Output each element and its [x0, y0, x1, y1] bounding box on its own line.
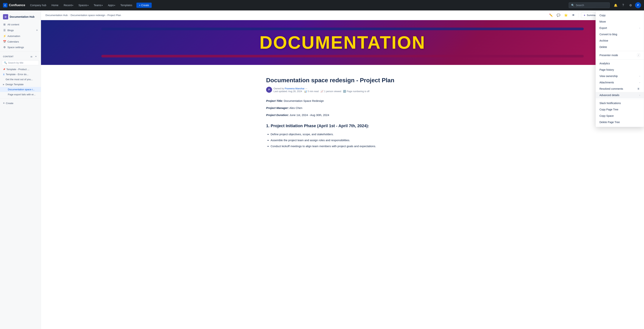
sidebar-item-blogs[interactable]: ☰ Blogs +	[0, 27, 41, 33]
user-avatar[interactable]: P	[635, 2, 641, 8]
watch-icon[interactable]: 👁	[570, 12, 576, 18]
tree-item-documentation-space[interactable]: Documentation space r...	[0, 87, 41, 92]
comment-icon[interactable]: 💬	[556, 12, 562, 18]
context-menu-page-history[interactable]: Page history	[596, 67, 644, 73]
bullet-item-2: Assemble the project team and assign rol…	[270, 138, 419, 143]
project-title-line: Project Title: Documentation Space Redes…	[266, 99, 419, 103]
info-icon: i	[3, 73, 5, 76]
content-search-input[interactable]	[8, 61, 37, 64]
bullet-item-1: Define project objectives, scope, and st…	[270, 132, 419, 137]
viewers: 📈 1 person viewed	[320, 90, 341, 93]
sidebar-item-automation[interactable]: ⚡ Automation	[0, 33, 41, 39]
content-search-icon: 🔍	[4, 61, 7, 64]
sidebar-item-calendars[interactable]: 📅 Calendars	[0, 39, 41, 44]
context-menu-attachments[interactable]: Attachments ›	[596, 79, 644, 86]
tree-item-template-error[interactable]: i Template - Error do...	[0, 72, 41, 77]
breadcrumb-current-page: Documentation space redesign - Project P…	[70, 14, 121, 17]
section-1-list: Define project objectives, scope, and st…	[270, 132, 419, 148]
section-1-title: 1. Project Initiation Phase (April 1st -…	[266, 123, 419, 129]
content-search[interactable]: 🔍	[2, 60, 39, 65]
header-divider	[578, 13, 579, 18]
top-navigation: C Confluence Company hub Home Recent ▾ S…	[0, 0, 644, 11]
owner-link[interactable]: Praveena Manohar	[285, 87, 304, 90]
nav-recent[interactable]: Recent ▾	[62, 3, 75, 8]
owner-options[interactable]: ···	[305, 87, 308, 90]
banner-line-bottom	[101, 55, 584, 58]
sidebar-item-all-content[interactable]: ⊞ All content	[0, 22, 41, 27]
context-menu-presenter-mode[interactable]: Presenter mode r	[596, 52, 644, 59]
content-add-btn[interactable]: +	[34, 55, 38, 58]
nav-company-hub[interactable]: Company hub	[28, 3, 48, 8]
page-content: Documentation space redesign - Project P…	[259, 65, 426, 166]
content-filter-btn[interactable]: ⚌	[30, 55, 33, 58]
nav-spaces[interactable]: Spaces ▾	[76, 3, 90, 8]
view-ownership-chevron-icon: ›	[639, 75, 640, 77]
sidebar-item-space-settings[interactable]: ⚙ Space settings	[0, 44, 41, 50]
context-menu-analytics[interactable]: Analytics	[596, 60, 644, 67]
context-menu: Copy Move Export › Convert to blog Archi…	[596, 11, 644, 127]
meta-timestamps: Last updated: Aug 28, 2024 · 📊 5 min rea…	[274, 90, 369, 93]
edit-icon[interactable]: ✏️	[548, 12, 554, 18]
context-menu-copy[interactable]: Copy	[596, 12, 644, 19]
settings-icon[interactable]: ⚙	[628, 2, 634, 8]
global-search[interactable]: 🔍	[569, 3, 610, 8]
breadcrumb-space-link[interactable]: Documentation Hub	[46, 14, 68, 17]
context-menu-view-ownership[interactable]: View ownership ›	[596, 73, 644, 79]
star-icon[interactable]: ⭐	[563, 12, 569, 18]
summarise-icon: ✦	[584, 14, 586, 17]
create-plus-icon: +	[3, 102, 5, 105]
collapse-chevron-icon[interactable]: ▶	[3, 83, 4, 85]
page-body: Project Title: Documentation Space Redes…	[266, 99, 419, 148]
help-icon[interactable]: ?	[620, 2, 626, 8]
breadcrumb: Documentation Hub / Documentation space …	[46, 14, 121, 17]
context-menu-copy-space[interactable]: Copy Space	[596, 113, 644, 119]
context-menu-archive[interactable]: Archive	[596, 38, 644, 44]
page-banner: DOCUMENTATION	[41, 20, 644, 65]
context-menu-copy-page-tree[interactable]: Copy Page Tree	[596, 106, 644, 113]
all-content-icon: ⊞	[3, 23, 6, 26]
confluence-logo[interactable]: C Confluence	[3, 3, 25, 8]
teams-chevron-icon: ▾	[102, 4, 103, 6]
content-section-header: CONTENT ⚌ +	[0, 53, 41, 60]
nav-templates[interactable]: Templates	[118, 3, 134, 8]
spaces-chevron-icon: ▾	[88, 4, 88, 6]
search-icon: 🔍	[571, 4, 574, 7]
page-title: Documentation space redesign - Project P…	[266, 77, 419, 84]
notifications-icon[interactable]: 🔔	[613, 2, 619, 8]
nav-apps[interactable]: Apps ▾	[106, 3, 117, 8]
context-menu-move[interactable]: Move	[596, 19, 644, 25]
confluence-logo-text: Confluence	[9, 4, 25, 7]
context-menu-slack-notifications[interactable]: Slack Notifications	[596, 100, 644, 106]
blogs-icon: ☰	[3, 29, 6, 32]
pin-icon: 📌	[3, 68, 5, 70]
recent-chevron-icon: ▾	[72, 4, 73, 6]
context-menu-convert-to-blog[interactable]: Convert to blog	[596, 31, 644, 38]
nav-teams[interactable]: Teams ▾	[92, 3, 104, 8]
tree-item-get-most-out[interactable]: Get the most out of you...	[0, 77, 41, 82]
context-menu-delete[interactable]: Delete	[596, 44, 644, 50]
create-button[interactable]: + Create	[136, 3, 152, 8]
context-menu-delete-page-tree[interactable]: Delete Page Tree	[596, 119, 644, 125]
advanced-details-chevron-icon: ›	[639, 94, 640, 96]
context-menu-advanced-details[interactable]: Advanced details ›	[596, 92, 644, 98]
nav-home[interactable]: Home	[50, 3, 60, 8]
blogs-add-icon[interactable]: +	[36, 29, 38, 32]
read-time: 📊 5 min read	[304, 90, 319, 93]
apps-chevron-icon: ▾	[114, 4, 115, 6]
context-divider-2	[596, 59, 644, 60]
tree-item-design-template[interactable]: ▶ Design Template	[0, 82, 41, 87]
space-icon: D	[3, 14, 8, 20]
banner-line-top	[101, 28, 584, 30]
calendars-icon: 📅	[3, 40, 6, 43]
automation-icon: ⚡	[3, 35, 6, 38]
main-content: Documentation Hub / Documentation space …	[41, 11, 644, 329]
tree-item-template-product[interactable]: 📌 Template - Product ...	[0, 67, 41, 72]
sidebar-create-button[interactable]: + Create	[0, 100, 41, 106]
search-input[interactable]	[576, 4, 607, 7]
context-menu-export[interactable]: Export ›	[596, 25, 644, 31]
tree-item-page-export[interactable]: Page export fails with er...	[0, 92, 41, 97]
owner-avatar: P	[266, 87, 272, 93]
resolved-comments-badge: 0	[637, 87, 640, 90]
context-menu-resolved-comments[interactable]: Resolved comments 0	[596, 86, 644, 92]
export-chevron-icon: ›	[639, 27, 640, 29]
